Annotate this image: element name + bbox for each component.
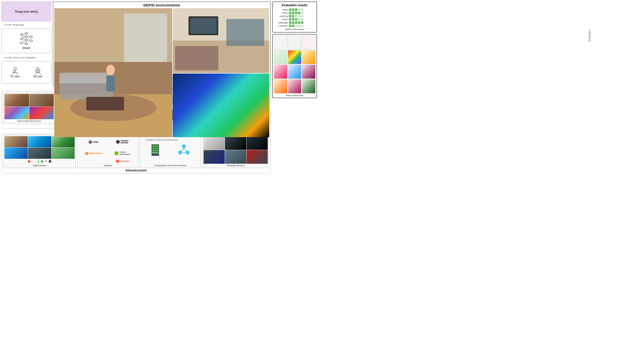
svg-point-51 xyxy=(28,160,30,163)
nvidia-logo: N NVIDIAOMNIVERSE xyxy=(108,148,137,159)
svg-line-18 xyxy=(22,40,25,43)
spoon-icon xyxy=(31,160,36,162)
wearable-cell-5 xyxy=(225,150,246,164)
svg-point-9 xyxy=(30,36,32,38)
neural-network-icon xyxy=(19,32,34,46)
svg-rect-48 xyxy=(175,46,218,70)
perf-label-vision: Vision xyxy=(274,12,288,14)
perf-bars-learning xyxy=(289,15,303,18)
svg-point-6 xyxy=(25,36,27,38)
intermediate-data-box: Intermediate data xyxy=(272,34,317,98)
bar-l1 xyxy=(289,15,291,18)
bar-v5 xyxy=(301,8,303,11)
svg-point-7 xyxy=(25,39,27,41)
digital-cell-6 xyxy=(52,148,75,159)
snake-icon xyxy=(37,159,40,163)
svg-line-77 xyxy=(182,148,184,150)
infrastructure-title: Infrastructure xyxy=(3,168,269,172)
arrow-right-icon2 xyxy=(4,56,12,59)
perf-row-learning: Learning xyxy=(274,15,315,18)
bar-la4 xyxy=(298,21,300,24)
inter-cell-8 xyxy=(288,64,302,79)
multimodal-cell-2 xyxy=(29,94,54,106)
mug-icon xyxy=(40,160,44,163)
human-integration-label: Human user integration xyxy=(13,56,36,59)
perf-row-cognition: Cognition xyxy=(274,24,315,27)
pc-user-label: PC user xyxy=(11,75,20,78)
perf-bars-motor xyxy=(289,18,303,20)
wearable-cell-4 xyxy=(203,150,225,164)
bar-m4 xyxy=(298,18,300,20)
svg-marker-1 xyxy=(10,24,12,26)
tensorflow-label: TensorFlow xyxy=(89,152,102,154)
inter-cell-9 xyxy=(302,64,316,79)
svg-rect-42 xyxy=(124,14,167,62)
multimodal-caption: Multi-modal data sensor xyxy=(5,119,54,122)
perf-label-value: Value xyxy=(274,8,288,11)
arrow-right-icon xyxy=(4,23,12,26)
perf-row-language: Language xyxy=(274,21,315,24)
svg-point-2 xyxy=(21,34,22,36)
svg-line-25 xyxy=(27,41,30,44)
depsi-panel: DEPSI environments xyxy=(53,2,271,86)
depsi-images xyxy=(53,8,270,138)
tong-test-label: Tong test entry xyxy=(15,10,38,14)
multimodal-cell-3 xyxy=(5,107,29,120)
digital-assets-label: Digital assets xyxy=(5,164,75,167)
svg-rect-40 xyxy=(60,73,113,84)
perf-bars-vision xyxy=(289,12,303,14)
pc-user-icon xyxy=(12,67,19,74)
inter-cell-11 xyxy=(288,79,302,94)
human-arrow-row: Human user integration xyxy=(2,56,51,59)
multimodal-image-grid xyxy=(5,94,54,119)
book-icon xyxy=(48,160,52,163)
model-box: Model xyxy=(2,28,51,53)
bar-vi4 xyxy=(298,12,300,14)
perf-label-cognition: Cognition xyxy=(274,24,288,27)
digital-cell-2 xyxy=(28,136,51,147)
depsi-right-images xyxy=(173,8,269,137)
tensorflow-icon xyxy=(85,151,89,155)
bar-l4 xyxy=(298,15,300,18)
svg-marker-27 xyxy=(10,57,12,59)
pytorch-logo: PyTorch xyxy=(108,159,137,163)
svg-line-12 xyxy=(22,34,25,37)
svg-rect-53 xyxy=(33,161,36,162)
bar-c1 xyxy=(289,24,291,27)
server-rack-icon xyxy=(150,144,160,156)
bar-v4 xyxy=(298,8,300,11)
depsi-left-image xyxy=(54,8,172,137)
inter-cell-2 xyxy=(288,36,302,50)
pc-user-item: PC user xyxy=(11,67,20,78)
bar-la1 xyxy=(289,21,291,24)
svg-line-14 xyxy=(22,33,25,39)
model-performance-label: Model performance xyxy=(274,28,315,30)
bar-m2 xyxy=(292,18,294,20)
perf-row-motor: Motor xyxy=(274,18,315,20)
svg-point-34 xyxy=(38,70,39,72)
bar-c5 xyxy=(301,24,303,27)
perf-label-learning: Learning xyxy=(274,15,288,18)
bedroom-svg xyxy=(173,8,269,73)
inter-cell-12 xyxy=(302,79,316,94)
input-column: Tong test entry Model input xyxy=(2,2,51,86)
bar-c2 xyxy=(292,24,294,27)
intermediate-grid xyxy=(274,36,316,94)
svg-point-67 xyxy=(117,160,118,161)
svg-rect-50 xyxy=(190,18,217,34)
inter-cell-6 xyxy=(302,50,316,64)
tong-test-box: Tong test entry xyxy=(2,2,51,21)
model-arrow-row: Model input xyxy=(2,23,51,26)
wearable-cell-6 xyxy=(247,150,268,164)
bar-la5 xyxy=(301,21,303,24)
svg-rect-69 xyxy=(152,145,158,147)
svg-rect-73 xyxy=(152,154,158,155)
svg-rect-72 xyxy=(152,152,158,154)
vr-user-item: VR user xyxy=(33,67,42,78)
model-label: Model xyxy=(23,46,30,50)
digital-cell-4 xyxy=(5,148,28,159)
depsi-top-right-image xyxy=(173,8,269,73)
intermediate-data-label: Intermediate data xyxy=(274,94,316,97)
bar-vi1 xyxy=(289,12,291,14)
perf-row-vision: Vision xyxy=(274,12,315,14)
